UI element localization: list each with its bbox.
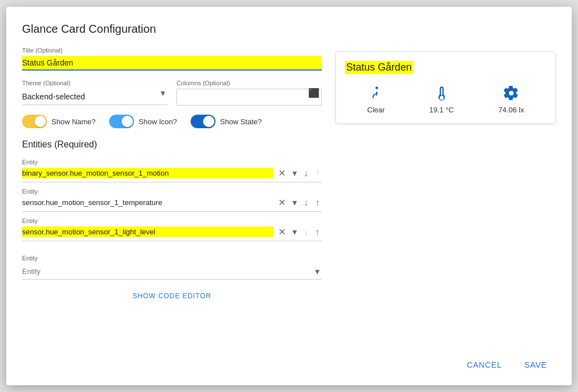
sensor-item-3: 74.06 lx: [498, 85, 524, 114]
columns-select[interactable]: [176, 89, 322, 106]
show-name-knob: [34, 116, 46, 127]
title-field-group: Title (Optional): [22, 47, 322, 71]
columns-select-wrapper: Columns (Optional) ⬛: [176, 80, 322, 106]
entity-3-clear-button[interactable]: ✕: [276, 225, 288, 238]
entity-2-input[interactable]: [22, 197, 274, 208]
entity-1-input[interactable]: [22, 168, 274, 178]
sensor-2-value: 19.1 °C: [429, 106, 454, 114]
entity-2-down-button[interactable]: ↓: [301, 197, 310, 209]
show-name-toggle[interactable]: [22, 115, 47, 128]
dialog-footer: CANCEL SAVE: [6, 349, 572, 385]
dialog-header: Glance Card Configuration: [6, 7, 572, 47]
entity-1-input-row: ✕ ▾ ↓ ↑: [22, 167, 322, 182]
show-state-knob: [203, 116, 214, 127]
entity-4-label: Entity: [22, 255, 322, 262]
show-name-label: Show Name?: [51, 117, 96, 126]
entity-row-2: Entity ✕ ▾ ↓ ↑: [22, 188, 322, 212]
cancel-button[interactable]: CANCEL: [458, 356, 511, 374]
entity-3-up-button[interactable]: ↑: [313, 226, 322, 238]
theme-label: Theme (Optional): [22, 80, 167, 86]
entity-3-chevron-button[interactable]: ▾: [290, 225, 299, 238]
sensor-3-value: 74.06 lx: [498, 106, 524, 114]
thermometer-icon: [434, 85, 450, 101]
save-button[interactable]: SAVE: [515, 356, 556, 374]
entity-3-input[interactable]: [22, 227, 274, 237]
right-panel: Status Gården Clear: [335, 47, 556, 349]
sensor-1-value: Clear: [367, 106, 385, 114]
entity-4-input[interactable]: [22, 264, 313, 279]
glance-card-config-dialog: Glance Card Configuration Title (Optiona…: [6, 7, 572, 385]
show-state-group: Show State?: [191, 115, 262, 128]
theme-columns-row: Theme (Optional) Backend-selected ▾ Colu…: [22, 80, 322, 106]
entity-1-up-button[interactable]: ↑: [313, 167, 322, 180]
walk-icon: [368, 85, 384, 101]
entity-1-down-button[interactable]: ↓: [301, 167, 310, 180]
preview-sensors: Clear 19.1 °C 74.06 lx: [345, 85, 546, 114]
sensor-item-2: 19.1 °C: [429, 85, 454, 114]
entity-2-chevron-button[interactable]: ▾: [290, 196, 299, 209]
entity-1-label: Entity: [22, 159, 322, 165]
show-code-editor-button[interactable]: SHOW CODE EDITOR: [22, 285, 322, 307]
entity-3-label: Entity: [22, 217, 322, 224]
show-icon-toggle[interactable]: [109, 115, 134, 128]
show-icon-knob: [122, 116, 133, 127]
entities-section-title: Entities (Required): [22, 140, 322, 150]
entity-row-4: Entity ▾: [22, 255, 322, 280]
theme-select[interactable]: Backend-selected: [22, 89, 167, 105]
entity-row-1: Entity ✕ ▾ ↓ ↑: [22, 159, 322, 182]
title-input[interactable]: [22, 56, 322, 71]
show-name-group: Show Name?: [22, 115, 96, 128]
gear-icon: [503, 85, 519, 101]
columns-label: Columns (Optional): [176, 80, 322, 86]
entity-2-label: Entity: [22, 188, 322, 195]
entity-2-input-row: ✕ ▾ ↓ ↑: [22, 196, 322, 212]
show-icon-group: Show Icon?: [109, 115, 177, 128]
entity-row-3: Entity ✕ ▾ ↓ ↑: [22, 217, 322, 241]
theme-select-wrapper: Theme (Optional) Backend-selected ▾: [22, 80, 167, 106]
show-state-toggle[interactable]: [191, 115, 215, 128]
dialog-title: Glance Card Configuration: [22, 23, 556, 36]
show-icon-label: Show Icon?: [139, 117, 177, 126]
entity-2-clear-button[interactable]: ✕: [276, 196, 288, 209]
entity-1-chevron-button[interactable]: ▾: [290, 167, 299, 180]
entity-3-down-button[interactable]: ↓: [301, 226, 310, 238]
left-panel: Title (Optional) Theme (Optional) Backen…: [22, 47, 322, 349]
svg-point-0: [376, 86, 378, 89]
entity-1-clear-button[interactable]: ✕: [276, 167, 288, 180]
show-state-label: Show State?: [220, 117, 262, 126]
title-label: Title (Optional): [22, 47, 322, 54]
entity-2-up-button[interactable]: ↑: [313, 197, 322, 209]
entity-4-chevron-button[interactable]: ▾: [313, 265, 322, 278]
dialog-body: Title (Optional) Theme (Optional) Backen…: [6, 47, 572, 349]
toggles-row: Show Name? Show Icon? Show State?: [22, 115, 322, 128]
preview-title: Status Gården: [345, 61, 413, 74]
preview-card: Status Gården Clear: [335, 51, 556, 124]
sensor-item-1: Clear: [367, 85, 385, 114]
entity-3-input-row: ✕ ▾ ↓ ↑: [22, 225, 322, 241]
